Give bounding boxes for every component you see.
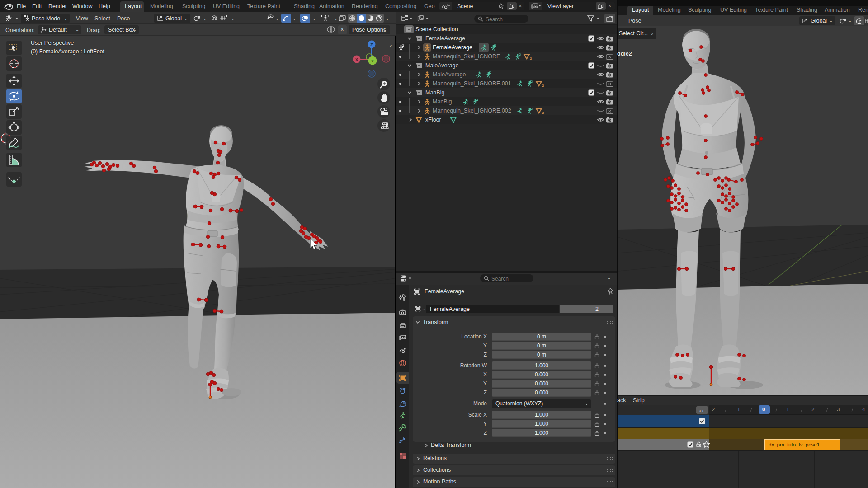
svg-text:Z: Z (370, 42, 373, 47)
svg-text:2: 2 (530, 56, 532, 60)
svg-text:X: X (355, 57, 358, 62)
svg-text:Y: Y (371, 58, 374, 63)
svg-text:2: 2 (542, 84, 544, 87)
svg-text:2: 2 (542, 111, 544, 114)
